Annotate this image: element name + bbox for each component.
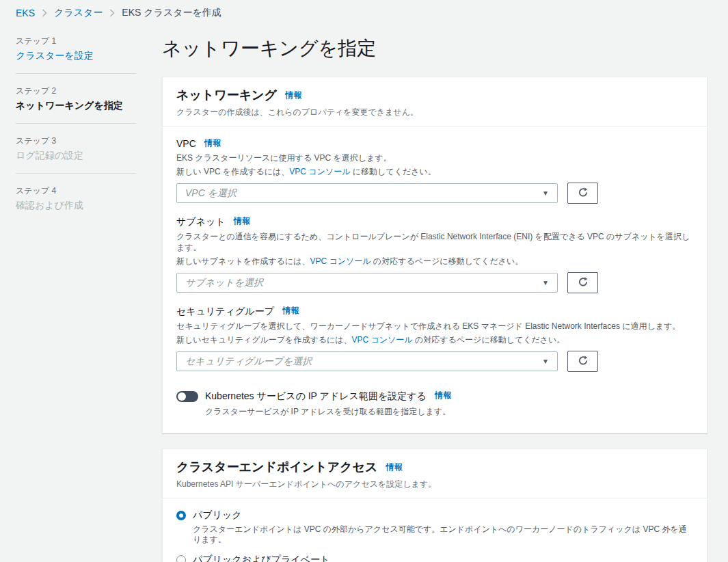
endpoint-access-card-title: クラスターエンドポイントアクセス: [176, 460, 377, 474]
security-group-description: セキュリティグループを選択して、ワーカーノードサブネットで作成される EKS マ…: [176, 321, 693, 332]
chevron-down-icon: ▼: [542, 279, 549, 286]
networking-card-title: ネットワーキング: [176, 88, 277, 102]
vpc-description: EKS クラスターリソースに使用する VPC を選択します。: [176, 152, 693, 163]
vpc-description-2: 新しい VPC を作成するには、VPC コンソール に移動してください。: [176, 166, 693, 177]
vpc-refresh-button[interactable]: [567, 183, 598, 204]
vpc-console-link[interactable]: VPC コンソール: [310, 256, 370, 266]
vpc-field: VPC 情報 EKS クラスターリソースに使用する VPC を選択します。 新し…: [176, 137, 693, 204]
chevron-right-icon: [42, 9, 47, 17]
subnet-description-2: 新しいサブネットを作成するには、VPC コンソール の対応するページに移動してく…: [176, 256, 693, 267]
radio-option-public-description: クラスターエンドポイントは VPC の外部からアクセス可能です。エンドポイントへ…: [193, 524, 693, 545]
chevron-down-icon: ▼: [542, 358, 549, 365]
subnet-field: サブネット 情報 クラスターとの通信を容易にするため、コントロールプレーンが E…: [176, 215, 693, 293]
wizard-steps-sidebar: ステップ 1 クラスターを設定 ステップ 2 ネットワーキングを指定 ステップ …: [16, 36, 162, 562]
page-layout: ステップ 1 クラスターを設定 ステップ 2 ネットワーキングを指定 ステップ …: [0, 19, 728, 562]
sidebar-step-4-disabled: 確認および作成: [16, 199, 162, 211]
info-link[interactable]: 情報: [435, 390, 451, 400]
sidebar-step-3: ステップ 3 ログ記録の設定: [16, 135, 162, 161]
text: 新しいセキュリティグループを作成するには、: [176, 335, 352, 345]
sidebar-step-2-current: ネットワーキングを指定: [16, 99, 162, 111]
refresh-icon: [578, 355, 589, 368]
security-group-select-placeholder: セキュリティグループを選択: [185, 356, 312, 368]
info-link[interactable]: 情報: [204, 138, 221, 148]
text: 新しい VPC を作成するには、: [176, 167, 289, 176]
security-group-field: セキュリティグループ 情報 セキュリティグループを選択して、ワーカーノードサブネ…: [176, 305, 693, 372]
main-content: ネットワーキングを指定 ネットワーキング 情報 クラスターの作成後は、これらのプ…: [162, 36, 707, 562]
breadcrumb-item-create-cluster: EKS クラスターを作成: [122, 7, 221, 19]
text: の対応するページに移動してください。: [371, 256, 524, 266]
vpc-select[interactable]: VPC を選択 ▼: [176, 183, 558, 203]
breadcrumb-item-eks[interactable]: EKS: [16, 8, 35, 18]
page-title: ネットワーキングを指定: [162, 37, 707, 60]
endpoint-access-card-body: パブリック クラスターエンドポイントは VPC の外部からアクセス可能です。エン…: [163, 498, 707, 562]
step-number: ステップ 4: [16, 185, 162, 197]
subnet-select-placeholder: サブネットを選択: [185, 277, 263, 289]
service-ip-range-toggle-label: Kubernetes サービスの IP アドレス範囲を設定する: [205, 390, 427, 401]
step-number: ステップ 1: [16, 36, 162, 47]
radio-option-public-label: パブリック: [193, 509, 693, 522]
sidebar-step-2: ステップ 2 ネットワーキングを指定: [16, 85, 162, 111]
service-ip-range-toggle-row: Kubernetes サービスの IP アドレス範囲を設定する 情報 クラスター…: [176, 390, 693, 418]
radio-button-selected[interactable]: [176, 511, 186, 520]
sidebar-step-1: ステップ 1 クラスターを設定: [16, 36, 162, 62]
radio-option-public-private-label: パブリックおよびプライベート: [193, 554, 693, 562]
breadcrumb-item-clusters[interactable]: クラスター: [54, 7, 103, 19]
security-group-select-row: セキュリティグループを選択 ▼: [176, 351, 693, 372]
networking-card-header: ネットワーキング 情報 クラスターの作成後は、これらのプロパティを変更できません…: [163, 77, 707, 126]
refresh-icon: [578, 276, 589, 289]
security-group-description-2: 新しいセキュリティグループを作成するには、VPC コンソール の対応するページに…: [176, 334, 693, 345]
subnet-description: クラスターとの通信を容易にするため、コントロールプレーンが Elastic Ne…: [176, 231, 693, 253]
subnet-label: サブネット: [176, 216, 226, 227]
info-link[interactable]: 情報: [285, 90, 301, 100]
divider: [16, 123, 136, 124]
radio-option-public[interactable]: パブリック クラスターエンドポイントは VPC の外部からアクセス可能です。エン…: [176, 509, 693, 545]
networking-card-subtitle: クラスターの作成後は、これらのプロパティを変更できません。: [176, 107, 693, 118]
vpc-console-link[interactable]: VPC コンソール: [289, 167, 350, 176]
vpc-console-link[interactable]: VPC コンソール: [352, 335, 413, 345]
service-ip-range-toggle-description: クラスターサービスが IP アドレスを受け取る範囲を指定します。: [205, 406, 451, 418]
chevron-down-icon: ▼: [542, 189, 549, 197]
divider: [16, 73, 136, 74]
vpc-select-row: VPC を選択 ▼: [176, 183, 693, 204]
toggle-knob: [178, 392, 186, 401]
info-link[interactable]: 情報: [386, 462, 403, 472]
networking-card-body: VPC 情報 EKS クラスターリソースに使用する VPC を選択します。 新し…: [163, 126, 707, 433]
vpc-label: VPC: [176, 138, 196, 149]
security-group-refresh-button[interactable]: [567, 351, 598, 372]
text: に移動してください。: [350, 167, 435, 176]
sidebar-step-1-link[interactable]: クラスターを設定: [16, 49, 162, 62]
text: 新しいサブネットを作成するには、: [176, 256, 310, 266]
refresh-icon: [578, 187, 589, 200]
endpoint-access-card-subtitle: Kubernetes API サーバーエンドポイントへのアクセスを設定します。: [176, 479, 693, 490]
vpc-select-placeholder: VPC を選択: [185, 187, 237, 200]
text: の対応するページに移動してください。: [413, 335, 565, 345]
security-group-select[interactable]: セキュリティグループを選択 ▼: [176, 351, 558, 371]
security-group-label: セキュリティグループ: [176, 306, 274, 317]
endpoint-access-card: クラスターエンドポイントアクセス 情報 Kubernetes API サーバーエ…: [162, 449, 707, 562]
radio-option-public-private[interactable]: パブリックおよびプライベート クラスターエンドポイントは VPC の外部からアク…: [176, 554, 693, 562]
service-ip-range-toggle[interactable]: [176, 391, 198, 402]
sidebar-step-3-disabled: ログ記録の設定: [16, 149, 162, 161]
subnet-refresh-button[interactable]: [567, 272, 598, 293]
info-link[interactable]: 情報: [234, 216, 250, 226]
info-link[interactable]: 情報: [282, 306, 299, 315]
step-number: ステップ 3: [16, 135, 162, 147]
chevron-right-icon: [109, 9, 115, 17]
sidebar-step-4: ステップ 4 確認および作成: [16, 185, 162, 211]
radio-button[interactable]: [176, 555, 186, 562]
subnet-select-row: サブネットを選択 ▼: [176, 272, 693, 293]
breadcrumb: EKS クラスター EKS クラスターを作成: [0, 0, 728, 19]
step-number: ステップ 2: [16, 85, 162, 97]
networking-card: ネットワーキング 情報 クラスターの作成後は、これらのプロパティを変更できません…: [162, 77, 707, 433]
endpoint-access-card-header: クラスターエンドポイントアクセス 情報 Kubernetes API サーバーエ…: [163, 449, 707, 498]
subnet-select[interactable]: サブネットを選択 ▼: [176, 273, 558, 293]
divider: [16, 173, 136, 174]
